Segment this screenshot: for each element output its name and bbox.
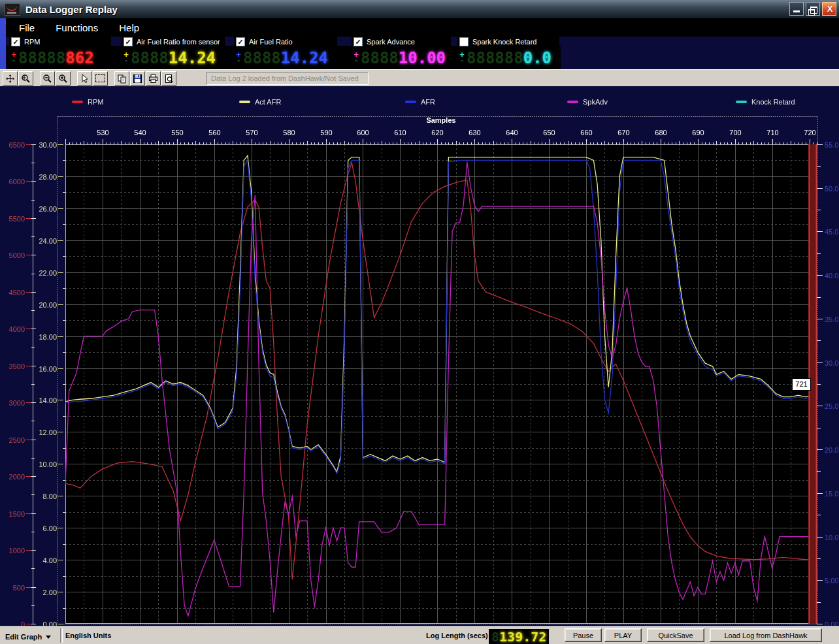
sensor-panel-spark-advance: ✓ Spark Advance: [352, 37, 451, 46]
close-button[interactable]: X: [822, 2, 836, 16]
copy-button[interactable]: [114, 71, 129, 86]
app-icon: [5, 3, 20, 16]
print-preview-icon: [164, 74, 174, 84]
sensor-panel-knock-retard: Spark Knock Retard: [457, 37, 559, 46]
afr-value: 14.24: [281, 49, 328, 67]
act-afr-checkbox[interactable]: ✓: [123, 37, 133, 46]
minus-indicator: -: [123, 58, 128, 64]
load-log-button[interactable]: Load Log from DashHawk: [710, 628, 822, 642]
save-button[interactable]: [130, 71, 145, 86]
copy-icon: [117, 74, 127, 84]
minus-indicator: -: [236, 58, 240, 64]
menu-functions[interactable]: Functions: [48, 20, 106, 36]
afr-led-display: +- 888814.24: [234, 47, 328, 69]
knock-retard-led-display: +- 8888880.0: [457, 47, 551, 69]
led-ghost-digits: 88888: [18, 49, 65, 67]
restore-button[interactable]: [806, 2, 820, 16]
afr-checkbox-label: Air Fuel Ratio: [249, 38, 293, 46]
spark-advance-value: 10.00: [399, 49, 446, 67]
rpm-legend-label: RPM: [88, 98, 103, 106]
pause-button[interactable]: Pause: [565, 628, 602, 642]
act-afr-value: 14.24: [169, 49, 216, 67]
rpm-led-display: +- 88888862: [9, 47, 94, 69]
zoom-window-icon: [21, 74, 31, 84]
select-region-icon: [95, 74, 105, 82]
cursor-sample-tooltip: 721: [792, 378, 811, 391]
zoom-out-icon: [42, 74, 52, 84]
minus-indicator: -: [354, 58, 358, 64]
select-cursor-icon: [80, 74, 90, 84]
knock-retard-legend-swatch: [736, 101, 747, 103]
save-icon: [133, 74, 142, 84]
units-label: English Units: [65, 626, 111, 644]
sensor-panel-act-afr: ✓ Air Fuel Ratio from sensor: [122, 37, 225, 46]
chevron-down-icon: [46, 636, 51, 639]
afr-checkbox[interactable]: ✓: [236, 37, 245, 46]
rpm-legend-swatch: [72, 101, 83, 103]
title-bar[interactable]: Data Logger Replay X: [0, 0, 839, 18]
led-ghost-digits: 8888: [131, 49, 169, 67]
afr-legend-swatch: [405, 101, 416, 103]
data-logger-replay-window: Data Logger Replay X File Functions Help…: [0, 0, 839, 644]
rpm-checkbox[interactable]: ✓: [11, 37, 20, 46]
print-button[interactable]: [146, 71, 161, 86]
act-afr-led-display: +- 888814.24: [122, 47, 216, 69]
knock-retard-checkbox-label: Spark Knock Retard: [472, 38, 536, 46]
spark-advance-checkbox-label: Spark Advance: [367, 38, 415, 46]
zoom-window-button[interactable]: [18, 71, 33, 86]
led-ghost-digits: 8: [491, 629, 499, 644]
led-ghost-digits: 888888: [467, 49, 523, 67]
led-ghost-digits: 8888: [361, 49, 399, 67]
pan-tool-icon: [5, 74, 15, 84]
minimize-icon: [793, 10, 800, 12]
edit-graph-label: Edit Graph: [5, 633, 42, 641]
log-length-display: 8139.72: [489, 628, 549, 644]
print-icon: [148, 74, 158, 84]
minus-indicator: -: [459, 58, 464, 64]
print-preview-button[interactable]: [161, 71, 176, 86]
status-bar: Edit Graph English Units Log Length (sec…: [0, 626, 839, 644]
knock-retard-value: 0.0: [523, 49, 551, 67]
menu-help[interactable]: Help: [111, 20, 147, 36]
afr-legend-label: AFR: [421, 98, 435, 106]
close-icon: X: [823, 4, 837, 14]
act-afr-legend-swatch: [239, 101, 250, 103]
quicksave-button[interactable]: QuickSave: [647, 628, 704, 642]
legend-item-act-afr: Act AFR: [239, 97, 281, 106]
led-ghost-digits: 8888: [243, 49, 281, 67]
sensor-panel-rpm: ✓ RPM: [9, 37, 111, 46]
select-cursor-button[interactable]: [77, 71, 92, 86]
menu-file[interactable]: File: [11, 20, 42, 36]
log-length-label: Log Length (secs): [426, 626, 488, 644]
rpm-checkbox-label: RPM: [24, 38, 40, 46]
legend-item-rpm: RPM: [72, 97, 103, 106]
pan-tool-button[interactable]: [3, 71, 18, 86]
edit-graph-dropdown[interactable]: Edit Graph: [3, 626, 54, 644]
statusbar-divider: [60, 628, 63, 643]
zoom-in-button[interactable]: [56, 71, 71, 86]
minimize-button[interactable]: [789, 2, 804, 16]
minus-indicator: -: [11, 58, 16, 64]
zoom-in-icon: [58, 74, 68, 84]
zoom-out-button[interactable]: [40, 71, 55, 86]
select-region-button[interactable]: [93, 71, 108, 86]
act-afr-legend-label: Act AFR: [255, 98, 281, 106]
restore-icon: [810, 7, 817, 14]
legend-item-spkadv: SpkAdv: [567, 97, 608, 106]
chart-canvas[interactable]: [0, 86, 839, 626]
spkadv-legend-swatch: [567, 101, 578, 103]
act-afr-checkbox-label: Air Fuel Ratio from sensor: [137, 38, 220, 46]
legend-item-afr: AFR: [405, 97, 435, 106]
toolbar-status-text: Data Log 2 loaded from DashHawk/Not Save…: [206, 72, 369, 85]
spkadv-legend-label: SpkAdv: [583, 98, 608, 106]
rpm-value: 862: [65, 49, 93, 67]
log-length-value: 139.72: [499, 629, 546, 644]
window-title: Data Logger Replay: [25, 4, 118, 15]
legend-item-knock-retard: Knock Retard: [736, 97, 795, 106]
knock-retard-checkbox[interactable]: [459, 37, 469, 46]
play-button[interactable]: PLAY: [604, 628, 642, 642]
spark-advance-checkbox[interactable]: ✓: [354, 37, 363, 46]
menu-bar: File Functions Help: [6, 18, 839, 37]
toolbar: Data Log 2 loaded from DashHawk/Not Save…: [0, 69, 839, 88]
knock-retard-legend-label: Knock Retard: [751, 98, 795, 106]
